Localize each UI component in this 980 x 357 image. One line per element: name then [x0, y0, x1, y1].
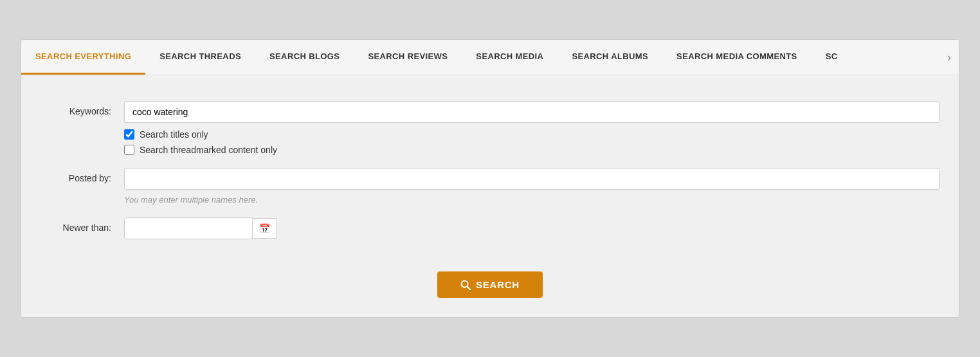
keywords-input[interactable]	[124, 101, 939, 123]
tab-search-everything[interactable]: SEARCH EVERYTHING	[21, 40, 145, 75]
tab-search-reviews[interactable]: SEARCH REVIEWS	[354, 40, 462, 75]
search-button-label: SEARCH	[476, 279, 520, 290]
tab-search-blogs[interactable]: SEARCH BLOGS	[255, 40, 354, 75]
chevron-right-icon: ›	[947, 51, 951, 64]
posted-by-row: Posted by: You may enter multiple names …	[21, 168, 959, 205]
date-wrapper: 📅	[124, 217, 939, 239]
posted-by-input[interactable]	[124, 168, 939, 190]
calendar-button[interactable]: 📅	[253, 218, 277, 239]
keywords-row: Keywords: Search titles only Search thre…	[21, 101, 959, 155]
tab-bar: SEARCH EVERYTHING SEARCH THREADS SEARCH …	[21, 40, 959, 75]
newer-than-field: 📅	[124, 217, 939, 239]
search-threadmarked-label: Search threadmarked content only	[140, 145, 277, 155]
keywords-field: Search titles only Search threadmarked c…	[124, 101, 939, 155]
tab-search-media-comments[interactable]: SEARCH MEDIA COMMENTS	[662, 40, 812, 75]
posted-by-field: You may enter multiple names here.	[124, 168, 939, 205]
search-form: Keywords: Search titles only Search thre…	[21, 95, 959, 259]
tab-search-albums[interactable]: SEARCH ALBUMS	[558, 40, 662, 75]
search-threadmarked-row: Search threadmarked content only	[124, 145, 939, 155]
tab-search-media[interactable]: SEARCH MEDIA	[462, 40, 558, 75]
newer-than-row: Newer than: 📅	[21, 217, 959, 239]
search-icon	[460, 280, 471, 290]
search-button-row: SEARCH	[21, 271, 959, 298]
tab-scroll-right[interactable]: ›	[939, 40, 959, 75]
form-content: Keywords: Search titles only Search thre…	[21, 75, 959, 317]
search-titles-only-row: Search titles only	[124, 129, 939, 140]
svg-line-1	[467, 286, 470, 289]
search-titles-only-label: Search titles only	[140, 129, 208, 140]
calendar-icon: 📅	[259, 223, 270, 233]
search-threadmarked-checkbox[interactable]	[124, 145, 134, 155]
main-container: SEARCH EVERYTHING SEARCH THREADS SEARCH …	[21, 39, 959, 318]
newer-than-input[interactable]	[124, 217, 253, 239]
keywords-label: Keywords:	[41, 101, 124, 116]
tab-search-sc[interactable]: SC	[812, 40, 852, 75]
newer-than-label: Newer than:	[41, 217, 124, 233]
posted-by-label: Posted by:	[41, 168, 124, 183]
search-titles-only-checkbox[interactable]	[124, 129, 134, 140]
posted-by-helper: You may enter multiple names here.	[124, 195, 939, 205]
tab-search-threads[interactable]: SEARCH THREADS	[145, 40, 255, 75]
search-button[interactable]: SEARCH	[437, 271, 543, 298]
